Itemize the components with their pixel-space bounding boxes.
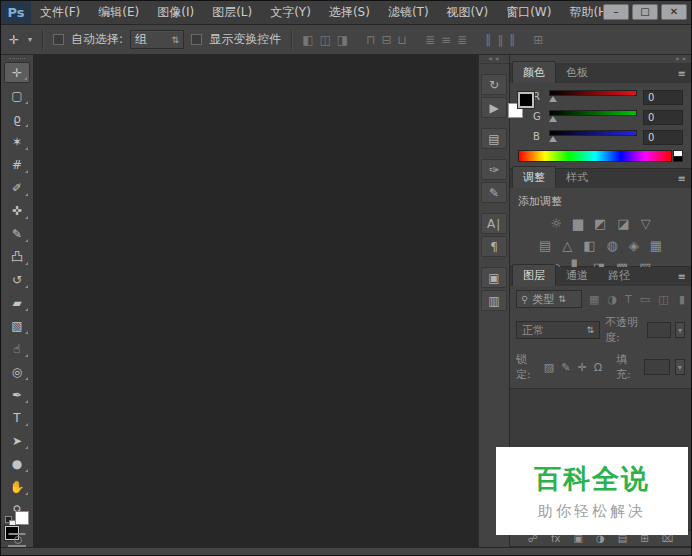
close-button[interactable]: ✕ <box>661 4 687 20</box>
curves-icon[interactable]: ◩ <box>594 216 606 231</box>
blend-mode-dropdown[interactable]: 正常 ⇅ <box>516 321 600 339</box>
brush-panel-icon[interactable]: ✑ <box>481 159 507 180</box>
align-horizontal-centers-icon[interactable]: ◫ <box>319 33 330 47</box>
channel-slider[interactable] <box>549 110 637 116</box>
tool-preset-dropdown-icon[interactable]: ▾ <box>28 35 32 44</box>
menu-window[interactable]: 窗口(W) <box>497 1 560 24</box>
fill-field[interactable] <box>644 359 670 375</box>
distribute-right-edges-icon[interactable]: ‖ <box>509 33 515 47</box>
photo-filter-icon[interactable]: ◍ <box>606 238 617 253</box>
smudge-tool[interactable]: ☝ <box>4 338 30 359</box>
filter-smart-objects-icon[interactable]: ◫ <box>658 293 668 306</box>
foreground-color-swatch[interactable] <box>518 92 534 108</box>
channel-mixer-icon[interactable]: ◈ <box>629 238 639 253</box>
menu-type[interactable]: 文字(Y) <box>261 1 320 24</box>
lock-all-icon[interactable]: Ω <box>594 361 602 374</box>
tab-color[interactable]: 颜色 <box>512 61 556 83</box>
distribute-bottom-edges-icon[interactable]: ≣ <box>457 33 467 47</box>
levels-icon[interactable]: ▆ <box>573 216 583 231</box>
tab-swatches[interactable]: 色板 <box>556 62 598 83</box>
pen-tool[interactable]: ✒ <box>4 384 30 405</box>
black-swatch[interactable] <box>673 156 683 163</box>
menu-view[interactable]: 视图(V) <box>438 1 498 24</box>
brush-tool[interactable]: ✎ <box>4 223 30 244</box>
distribute-horizontal-centers-icon[interactable]: ∥ <box>497 33 503 47</box>
panel-menu-icon[interactable]: ≡ <box>678 173 686 184</box>
menu-image[interactable]: 图像(I) <box>148 1 203 24</box>
tab-paths[interactable]: 路径 <box>598 265 640 286</box>
filter-shape-layers-icon[interactable]: ▭ <box>640 293 650 306</box>
quick-mask-button[interactable] <box>8 533 26 535</box>
brightness-contrast-icon[interactable]: ☼ <box>550 216 562 231</box>
brush-presets-panel-icon[interactable]: ✎ <box>481 182 507 203</box>
type-tool[interactable]: T <box>4 407 30 428</box>
align-bottom-edges-icon[interactable]: ⊔ <box>398 33 407 47</box>
magic-wand-tool[interactable]: ✶ <box>4 131 30 152</box>
align-vertical-centers-icon[interactable]: ⊟ <box>382 33 392 47</box>
slider-thumb[interactable] <box>549 116 557 122</box>
clone-stamp-tool[interactable]: 凸 <box>4 246 30 267</box>
lock-position-icon[interactable]: ✛ <box>577 361 586 374</box>
color-balance-icon[interactable]: △ <box>562 238 572 253</box>
tab-channels[interactable]: 通道 <box>556 265 598 286</box>
black-white-icon[interactable]: ◧ <box>583 238 595 253</box>
default-colors-icon[interactable] <box>5 516 12 523</box>
show-transform-checkbox[interactable] <box>191 34 202 45</box>
spectrum-ramp[interactable] <box>518 150 672 162</box>
filter-adjustment-layers-icon[interactable]: ◑ <box>607 293 617 306</box>
distribute-top-edges-icon[interactable]: ≣ <box>425 33 435 47</box>
gradient-tool[interactable]: ▧ <box>4 315 30 336</box>
expand-panels-button[interactable]: « « <box>479 55 509 64</box>
align-left-edges-icon[interactable]: ◧ <box>302 33 313 47</box>
slider-thumb[interactable] <box>549 96 557 102</box>
tab-layers[interactable]: 图层 <box>512 264 556 286</box>
lasso-tool[interactable]: ϱ <box>4 108 30 129</box>
healing-brush-tool[interactable]: ✜ <box>4 200 30 221</box>
fill-dropdown-icon[interactable]: ▾ <box>675 359 685 375</box>
opacity-field[interactable] <box>647 322 671 338</box>
menu-layer[interactable]: 图层(L) <box>203 1 261 24</box>
lock-image-pixels-icon[interactable]: ✎ <box>561 361 570 374</box>
ellipse-tool[interactable]: ● <box>4 453 30 474</box>
crop-tool[interactable]: # <box>4 154 30 175</box>
filter-toggle-icon[interactable]: ▮ <box>679 293 685 306</box>
channel-value-field[interactable]: 0 <box>643 90 683 105</box>
hue-saturation-icon[interactable]: ▤ <box>539 238 551 253</box>
channel-slider[interactable] <box>549 90 637 96</box>
filter-type-layers-icon[interactable]: T <box>625 293 632 306</box>
distribute-left-edges-icon[interactable]: ‖ <box>485 33 491 47</box>
auto-select-checkbox[interactable] <box>53 34 64 45</box>
minimize-button[interactable]: – <box>603 4 629 20</box>
layer-filter-dropdown[interactable]: ⚲ 类型 ⇅ <box>516 290 582 308</box>
align-right-edges-icon[interactable]: ◨ <box>337 33 348 47</box>
notes-panel-icon[interactable]: ▥ <box>481 290 507 311</box>
actions-panel-icon[interactable]: ▶ <box>481 97 507 118</box>
menu-select[interactable]: 选择(S) <box>320 1 379 24</box>
slider-thumb[interactable] <box>549 136 557 142</box>
menu-edit[interactable]: 编辑(E) <box>89 1 148 24</box>
menu-filter[interactable]: 滤镜(T) <box>379 1 438 24</box>
panel-menu-icon[interactable]: ≡ <box>678 271 686 282</box>
maximize-button[interactable]: □ <box>632 4 658 20</box>
tab-styles[interactable]: 样式 <box>556 167 598 188</box>
auto-align-layers-icon[interactable]: ⊞ <box>533 33 543 47</box>
exposure-icon[interactable]: ◪ <box>617 216 629 231</box>
paragraph-panel-icon[interactable]: ¶ <box>481 236 507 257</box>
color-lookup-icon[interactable]: ▦ <box>650 238 662 253</box>
character-panel-icon[interactable]: A∣ <box>481 213 507 234</box>
history-panel-icon[interactable]: ↻ <box>481 74 507 95</box>
vibrance-icon[interactable]: ▽ <box>641 216 651 231</box>
channel-value-field[interactable]: 0 <box>643 130 683 145</box>
background-color-swatch[interactable] <box>15 511 29 525</box>
move-tool[interactable]: ✛ <box>4 62 30 83</box>
tab-adjustments[interactable]: 调整 <box>512 166 556 188</box>
rectangular-marquee-tool[interactable]: ▢ <box>4 85 30 106</box>
align-top-edges-icon[interactable]: ⊓ <box>366 33 375 47</box>
panel-menu-icon[interactable]: ≡ <box>678 68 686 79</box>
info-panel-icon[interactable]: ▣ <box>481 267 507 288</box>
history-brush-tool[interactable]: ↺ <box>4 269 30 290</box>
channel-slider[interactable] <box>549 130 637 136</box>
auto-select-dropdown[interactable]: 组 ⇅ <box>130 30 184 49</box>
clone-source-panel-icon[interactable]: ▤ <box>481 128 507 149</box>
menu-file[interactable]: 文件(F) <box>31 1 89 24</box>
